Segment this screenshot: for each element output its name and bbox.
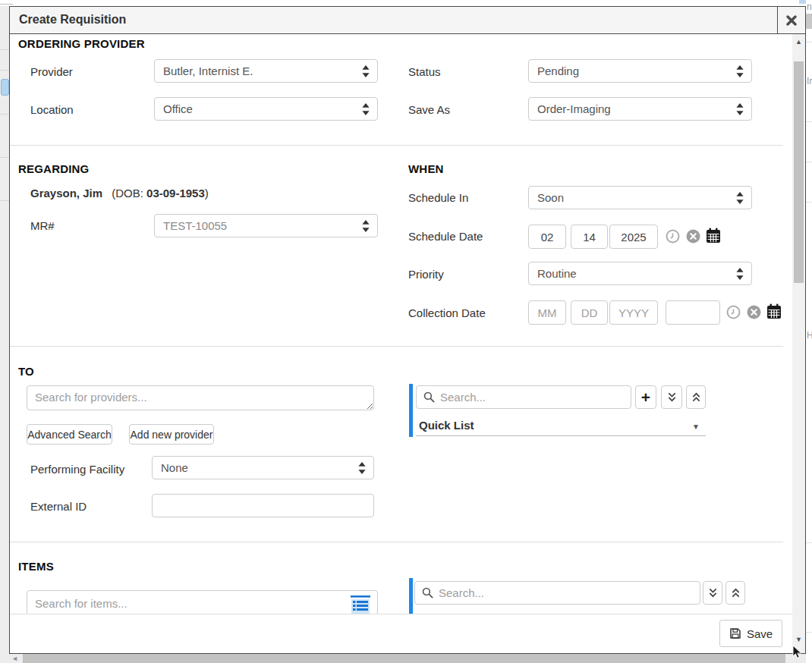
plus-icon: + <box>641 388 650 407</box>
divider <box>806 121 812 122</box>
divider <box>0 114 9 115</box>
mr-select-value: TEST-10055 <box>163 219 227 232</box>
save-button[interactable]: Save <box>719 620 782 647</box>
collection-date-time-input[interactable] <box>666 300 720 325</box>
quick-list-underline <box>416 435 706 436</box>
item-list-icon[interactable] <box>349 595 372 614</box>
provider-search-textarea[interactable] <box>27 385 374 410</box>
double-chevron-up-icon <box>731 588 741 598</box>
patient-dob: 03-09-1953 <box>146 187 205 200</box>
divider <box>806 202 812 203</box>
schedule-date-label: Schedule Date <box>408 230 483 243</box>
modal-header: Create Requisition <box>10 7 805 34</box>
collection-date-time-icon[interactable] <box>726 305 741 319</box>
close-button[interactable] <box>777 7 805 33</box>
background-text-fragment: n <box>807 2 812 12</box>
external-id-label: External ID <box>30 500 87 513</box>
to-panel-search-input[interactable] <box>440 391 624 404</box>
status-select-value: Pending <box>537 64 579 77</box>
vertical-scrollbar-thumb[interactable] <box>794 61 804 283</box>
schedule-date-day-input[interactable] <box>571 225 608 249</box>
expand-all-button[interactable] <box>661 385 682 409</box>
location-label: Location <box>30 103 74 116</box>
provider-label: Provider <box>30 65 73 78</box>
location-select-value: Office <box>163 102 193 115</box>
collection-date-day-input[interactable] <box>571 300 608 325</box>
item-search-input[interactable] <box>27 590 378 616</box>
select-arrows-icon <box>736 192 744 204</box>
divider <box>806 162 812 162</box>
modal-title: Create Requisition <box>19 13 126 27</box>
double-chevron-down-icon <box>708 588 718 598</box>
priority-label: Priority <box>408 268 444 281</box>
divider <box>806 632 812 633</box>
mr-select[interactable]: TEST-10055 <box>154 214 378 237</box>
quick-list-label: Quick List <box>419 419 474 432</box>
vertical-scrollbar[interactable]: ▲ ▼ <box>792 34 805 653</box>
modal-content: ORDERING PROVIDER Provider Butler, Inter… <box>10 34 792 653</box>
to-panel-accent-bar <box>409 384 413 437</box>
priority-select[interactable]: Routine <box>528 262 752 285</box>
performing-facility-select[interactable]: None <box>152 456 374 479</box>
location-select[interactable]: Office <box>154 97 378 121</box>
schedule-date-year-input[interactable] <box>609 225 658 249</box>
scroll-left-arrow-icon[interactable]: ◄ <box>11 654 18 663</box>
save-as-select-value: Order-Imaging <box>537 102 611 115</box>
select-arrows-icon <box>362 220 370 232</box>
background-gray-band <box>806 14 812 29</box>
collection-date-month-input[interactable] <box>528 300 566 325</box>
search-icon <box>422 587 433 599</box>
horizontal-scrollbar[interactable]: ◄ <box>9 654 806 663</box>
background-left-strip <box>0 6 9 663</box>
create-requisition-modal: Create Requisition ORDERING PROVIDER Pro… <box>9 6 806 654</box>
to-panel-searchbox[interactable] <box>416 385 631 409</box>
collapse-all-button[interactable] <box>686 385 706 409</box>
select-arrows-icon <box>736 103 744 115</box>
schedule-in-label: Schedule In <box>408 191 468 204</box>
items-panel-searchbox[interactable] <box>414 581 700 605</box>
schedule-date-clear-icon[interactable] <box>686 229 700 244</box>
status-select[interactable]: Pending <box>528 59 752 83</box>
collection-date-year-input[interactable] <box>609 300 658 325</box>
provider-select-value: Butler, Internist E. <box>163 64 253 77</box>
divider <box>0 157 9 158</box>
schedule-date-month-input[interactable] <box>528 225 566 249</box>
patient-name: Grayson, Jim <box>30 187 102 200</box>
background-blue-fragment <box>1 79 9 96</box>
divider <box>806 81 812 82</box>
save-as-select[interactable]: Order-Imaging <box>528 97 752 121</box>
provider-select[interactable]: Butler, Internist E. <box>154 59 378 83</box>
schedule-in-select-value: Soon <box>537 191 564 204</box>
quick-list-caret-icon[interactable]: ▼ <box>692 423 700 431</box>
save-icon <box>729 627 741 639</box>
section-heading-items: ITEMS <box>18 560 54 573</box>
divider <box>806 42 812 42</box>
collection-date-label: Collection Date <box>408 306 486 319</box>
horizontal-scrollbar-thumb[interactable] <box>23 654 785 663</box>
external-id-input[interactable] <box>152 494 374 517</box>
add-new-provider-button[interactable]: Add new provider <box>129 424 214 445</box>
mr-label: MR# <box>30 219 55 232</box>
schedule-in-select[interactable]: Soon <box>528 186 752 209</box>
double-chevron-down-icon <box>667 392 677 402</box>
advanced-search-button[interactable]: Advanced Search <box>27 424 112 445</box>
schedule-date-calendar-icon[interactable] <box>706 228 721 244</box>
items-collapse-all-button[interactable] <box>725 581 745 605</box>
background-right-strip: n Ir H <box>806 0 812 663</box>
section-heading-when: WHEN <box>408 162 444 175</box>
patient-dob-suffix: ) <box>205 187 209 200</box>
collection-date-clear-icon[interactable] <box>747 305 761 319</box>
priority-select-value: Routine <box>537 267 577 280</box>
select-arrows-icon <box>736 268 744 280</box>
items-panel-search-input[interactable] <box>439 586 693 599</box>
performing-facility-label: Performing Facility <box>30 463 124 476</box>
performing-facility-select-value: None <box>161 461 188 474</box>
items-expand-all-button[interactable] <box>703 581 722 605</box>
scroll-up-arrow-icon[interactable]: ▲ <box>792 38 805 46</box>
scroll-down-arrow-icon[interactable]: ▼ <box>792 636 805 643</box>
select-arrows-icon <box>362 65 370 77</box>
schedule-date-time-icon[interactable] <box>666 229 680 244</box>
select-arrows-icon <box>362 103 370 115</box>
collection-date-calendar-icon[interactable] <box>766 303 782 319</box>
add-provider-to-list-button[interactable]: + <box>635 385 656 409</box>
